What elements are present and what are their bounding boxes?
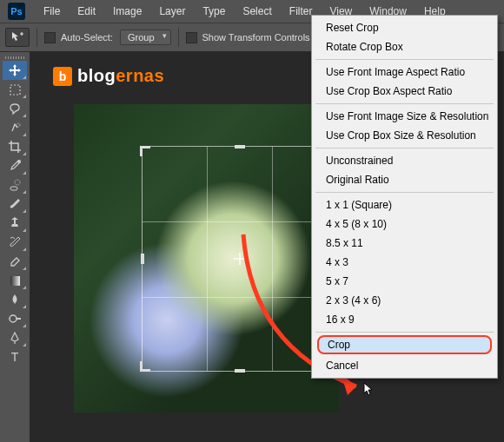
ctx-item-4-x-3[interactable]: 4 x 3	[314, 253, 495, 272]
menu-select[interactable]: Select	[234, 2, 280, 21]
separator	[178, 28, 179, 47]
toolbar: T	[0, 52, 30, 442]
crop-handle-b[interactable]	[235, 369, 245, 373]
svg-point-8	[10, 315, 17, 322]
svg-rect-2	[10, 85, 20, 95]
ctx-item-1-x-1-square-[interactable]: 1 x 1 (Square)	[314, 195, 495, 214]
show-transform-checkbox[interactable]: Show Transform Controls	[186, 32, 310, 43]
svg-rect-5	[10, 187, 17, 190]
menu-image[interactable]: Image	[104, 2, 150, 21]
brand-logo-icon: b	[53, 67, 72, 86]
ctx-separator	[315, 148, 494, 148]
ctx-separator	[315, 192, 494, 193]
ctx-item-cancel[interactable]: Cancel	[314, 356, 495, 375]
menu-layer[interactable]: Layer	[150, 2, 194, 21]
move-tool-icon[interactable]	[3, 61, 27, 80]
menu-file[interactable]: File	[35, 2, 69, 21]
ctx-separator	[315, 332, 494, 333]
ctx-item-4-x-5-8-x-10-[interactable]: 4 x 5 (8 x 10)	[314, 214, 495, 234]
ctx-item-5-x-7[interactable]: 5 x 7	[314, 272, 495, 291]
dodge-tool-icon[interactable]	[3, 309, 27, 328]
crop-center-icon	[234, 253, 246, 265]
auto-select-dropdown[interactable]: Group	[120, 30, 171, 45]
brand-text: blogernas	[77, 66, 164, 86]
eyedropper-tool-icon[interactable]	[3, 156, 27, 175]
brand-watermark: b blogernas	[53, 66, 164, 86]
ctx-item-use-crop-box-size-resolution[interactable]: Use Crop Box Size & Resolution	[314, 126, 495, 145]
svg-point-3	[17, 123, 20, 127]
ctx-separator	[315, 103, 494, 104]
gradient-tool-icon[interactable]	[3, 271, 27, 290]
crop-overlay[interactable]	[142, 146, 337, 372]
crop-handle-bl[interactable]	[140, 363, 150, 373]
menu-type[interactable]: Type	[194, 2, 234, 21]
crop-handle-t[interactable]	[235, 145, 245, 148]
svg-rect-7	[10, 276, 20, 286]
separator	[36, 28, 37, 47]
crop-handle-tl[interactable]	[140, 144, 150, 155]
quick-select-tool-icon[interactable]	[3, 118, 27, 137]
ctx-item-use-crop-box-aspect-ratio[interactable]: Use Crop Box Aspect Ratio	[314, 82, 495, 101]
toolbar-handle[interactable]	[2, 54, 28, 61]
marquee-tool-icon[interactable]	[3, 80, 27, 99]
svg-text:T: T	[11, 350, 19, 364]
clone-stamp-tool-icon[interactable]	[3, 214, 27, 233]
svg-point-6	[15, 180, 20, 185]
menu-edit[interactable]: Edit	[69, 2, 104, 21]
eraser-tool-icon[interactable]	[3, 252, 27, 271]
auto-select-checkbox[interactable]: Auto-Select:	[44, 32, 113, 43]
ctx-item-use-front-image-aspect-ratio[interactable]: Use Front Image Aspect Ratio	[314, 63, 495, 82]
ctx-item-rotate-crop-box[interactable]: Rotate Crop Box	[314, 37, 495, 56]
ctx-item-reset-crop[interactable]: Reset Crop	[314, 18, 495, 37]
blur-tool-icon[interactable]	[3, 290, 27, 309]
brush-tool-icon[interactable]	[3, 195, 27, 214]
crop-handle-l[interactable]	[141, 254, 144, 264]
ctx-item-2-x-3-4-x-6-[interactable]: 2 x 3 (4 x 6)	[314, 291, 495, 310]
ctx-item-crop[interactable]: Crop	[317, 335, 492, 354]
ctx-item-use-front-image-size-resolution[interactable]: Use Front Image Size & Resolution	[314, 107, 495, 126]
healing-brush-tool-icon[interactable]	[3, 175, 27, 195]
app-logo-icon[interactable]: Ps	[7, 2, 26, 21]
auto-select-label: Auto-Select:	[61, 32, 113, 43]
type-tool-icon[interactable]: T	[3, 347, 27, 366]
crop-tool-icon[interactable]	[3, 137, 27, 156]
lasso-tool-icon[interactable]	[3, 99, 27, 118]
history-brush-tool-icon[interactable]	[3, 233, 27, 252]
checkbox-icon	[44, 32, 56, 43]
context-menu: Reset CropRotate Crop BoxUse Front Image…	[311, 15, 498, 379]
ctx-separator	[315, 59, 494, 60]
checkbox-icon	[186, 32, 197, 43]
pen-tool-icon[interactable]	[3, 328, 27, 347]
ctx-item-8-5-x-11[interactable]: 8.5 x 11	[314, 234, 495, 253]
svg-text:Ps: Ps	[10, 6, 22, 16]
ctx-item-original-ratio[interactable]: Original Ratio	[314, 170, 495, 189]
cursor-icon	[362, 382, 378, 398]
tool-indicator-move-icon[interactable]	[5, 28, 30, 47]
show-transform-label: Show Transform Controls	[202, 32, 310, 43]
svg-point-4	[17, 160, 21, 163]
ctx-item-unconstrained[interactable]: Unconstrained	[314, 151, 495, 170]
ctx-item-16-x-9[interactable]: 16 x 9	[314, 310, 495, 329]
